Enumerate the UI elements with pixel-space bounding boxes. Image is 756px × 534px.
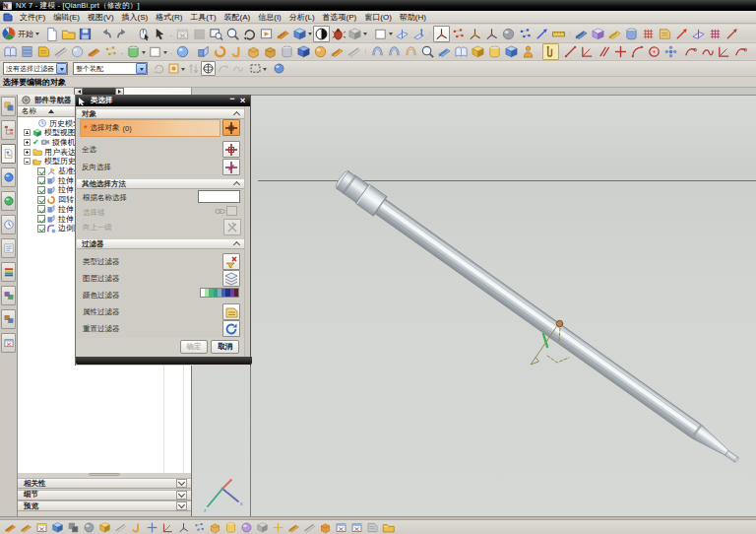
expression-button[interactable] bbox=[35, 43, 52, 60]
start-menu-button[interactable]: 开始 bbox=[2, 26, 40, 42]
rotate-view-button[interactable] bbox=[241, 26, 258, 42]
part-navigator-button[interactable] bbox=[1, 144, 16, 164]
wizard-button[interactable] bbox=[1, 333, 16, 353]
gray-cube-button-dropdown[interactable] bbox=[363, 26, 368, 42]
feature-14-button[interactable] bbox=[207, 520, 222, 534]
dialog-close-button[interactable]: × bbox=[237, 96, 248, 105]
rectangle-select-button-dropdown[interactable] bbox=[263, 60, 268, 77]
sketch-flower-button[interactable] bbox=[662, 43, 679, 60]
feature-18-button[interactable] bbox=[270, 520, 285, 534]
history-button[interactable] bbox=[1, 215, 16, 234]
tree-checkbox[interactable] bbox=[37, 167, 45, 175]
feature-11-button[interactable] bbox=[159, 520, 175, 534]
swap-button[interactable] bbox=[186, 61, 201, 76]
feature-20-button[interactable] bbox=[301, 520, 317, 534]
selection-scope-dropdown[interactable] bbox=[136, 63, 147, 74]
cancel-button[interactable]: 取消 bbox=[211, 340, 239, 354]
section-preview[interactable]: 预览 bbox=[18, 501, 191, 511]
coil-button-1[interactable] bbox=[369, 43, 386, 60]
diamond-button[interactable] bbox=[590, 26, 606, 42]
boolean-button[interactable] bbox=[295, 43, 312, 60]
scene-button[interactable] bbox=[1, 286, 16, 305]
undo-button[interactable] bbox=[97, 26, 114, 42]
analysis-button[interactable] bbox=[330, 26, 346, 42]
sketch-line-button[interactable] bbox=[562, 43, 579, 60]
sketch-trim-button[interactable] bbox=[716, 43, 732, 60]
section-expand-icon[interactable] bbox=[176, 501, 187, 510]
sketch-parallel-button[interactable] bbox=[596, 43, 612, 60]
menu-window[interactable]: 窗口(O) bbox=[360, 11, 396, 24]
feature-16-button[interactable] bbox=[238, 520, 254, 534]
select-all-button[interactable] bbox=[222, 141, 240, 158]
wave-link-button[interactable] bbox=[724, 26, 740, 42]
menu-preferences[interactable]: 首选项(P) bbox=[319, 11, 361, 24]
graphics-viewport[interactable]: z x bbox=[192, 95, 756, 517]
feature-3-button[interactable] bbox=[33, 520, 49, 534]
feature-6-button[interactable] bbox=[81, 520, 96, 534]
feature-5-button[interactable] bbox=[65, 520, 81, 534]
revolve-button[interactable] bbox=[212, 43, 228, 60]
feature-12-button[interactable] bbox=[175, 520, 191, 534]
shaded-sphere-button[interactable] bbox=[272, 61, 286, 76]
tree-expander[interactable] bbox=[24, 149, 31, 156]
display-mode-button[interactable] bbox=[313, 26, 330, 42]
sphere-clock-button[interactable] bbox=[69, 43, 86, 60]
feature-7-button[interactable] bbox=[96, 520, 112, 534]
menu-help[interactable]: 帮助(H) bbox=[396, 11, 430, 24]
splitter-handle[interactable] bbox=[89, 473, 120, 476]
feature-25-button[interactable] bbox=[380, 520, 396, 534]
gesture-button[interactable] bbox=[152, 26, 168, 42]
open-book-button[interactable] bbox=[453, 43, 470, 60]
assembly-navigator-button[interactable] bbox=[1, 97, 16, 116]
open-button[interactable] bbox=[60, 26, 77, 42]
feature-19-button[interactable] bbox=[285, 520, 301, 534]
constraint-navigator-button[interactable] bbox=[1, 120, 16, 140]
menu-tools[interactable]: 工具(T) bbox=[186, 11, 220, 24]
menu-edit[interactable]: 编辑(E) bbox=[49, 11, 84, 24]
measure-button[interactable] bbox=[550, 26, 567, 42]
orange-person-button[interactable] bbox=[520, 43, 536, 60]
rectangle-select-button[interactable] bbox=[248, 61, 263, 76]
feature-9-button[interactable] bbox=[128, 520, 144, 534]
highlight-button[interactable] bbox=[216, 61, 230, 76]
slash-button[interactable] bbox=[346, 43, 362, 60]
hole-button[interactable] bbox=[228, 43, 245, 60]
menu-format[interactable]: 格式(R) bbox=[152, 11, 186, 24]
dialog-minimize-button[interactable]: − bbox=[227, 97, 237, 105]
other-methods-collapse-icon[interactable] bbox=[232, 180, 242, 188]
sketch-button[interactable] bbox=[573, 26, 590, 42]
datum-csys-button[interactable] bbox=[467, 26, 483, 42]
sketch-curve2-button[interactable] bbox=[699, 43, 716, 60]
wedge-button[interactable] bbox=[86, 43, 102, 60]
other-methods-section-header[interactable]: 其他选择方法 bbox=[77, 178, 245, 189]
key-button[interactable] bbox=[102, 43, 119, 60]
sketch-in-task-button[interactable] bbox=[2, 43, 19, 60]
profile-button[interactable] bbox=[542, 43, 559, 60]
feature-4-button[interactable] bbox=[49, 520, 65, 534]
feature-22-button[interactable] bbox=[333, 520, 348, 534]
section-details[interactable]: 细节 bbox=[18, 490, 191, 501]
redo-button[interactable] bbox=[114, 26, 131, 42]
yellow-box-button[interactable] bbox=[470, 43, 486, 60]
feature-24-button[interactable] bbox=[364, 520, 380, 534]
window-button[interactable] bbox=[191, 26, 208, 42]
point-button[interactable] bbox=[517, 26, 534, 42]
zoom-window-button[interactable] bbox=[208, 26, 224, 42]
selection-filter-dropdown[interactable] bbox=[56, 63, 67, 74]
arrow-tool-button[interactable] bbox=[534, 26, 550, 42]
section-expand-icon[interactable] bbox=[176, 491, 187, 500]
sheet-button[interactable] bbox=[690, 26, 707, 42]
type-filter-button[interactable] bbox=[222, 253, 240, 270]
menu-file[interactable]: 文件(F) bbox=[16, 11, 49, 24]
invert-selection-button[interactable] bbox=[222, 159, 240, 175]
reset-filter-button[interactable] bbox=[222, 320, 240, 337]
select-object-button[interactable] bbox=[222, 119, 240, 136]
unite-button[interactable] bbox=[312, 43, 329, 60]
snap-point-button[interactable] bbox=[166, 61, 181, 76]
sphere-magnify-button[interactable] bbox=[419, 43, 436, 60]
object-section-collapse-icon[interactable] bbox=[232, 110, 242, 118]
sketch-curve-button[interactable] bbox=[682, 43, 699, 60]
tree-checkbox[interactable] bbox=[37, 196, 45, 204]
feature-13-button[interactable] bbox=[191, 520, 207, 534]
section-expand-icon[interactable] bbox=[176, 479, 187, 488]
